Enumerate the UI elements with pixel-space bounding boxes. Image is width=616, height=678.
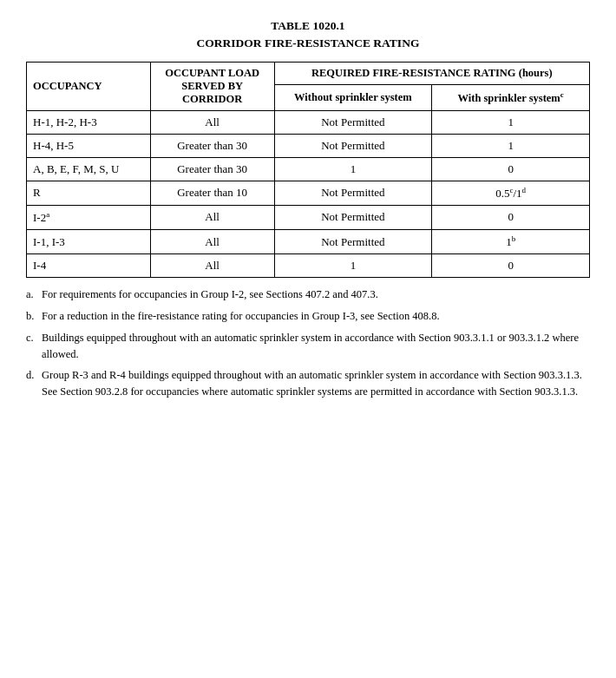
occupancy-cell: I-2a bbox=[27, 205, 151, 229]
footnote-letter: a. bbox=[26, 286, 42, 303]
with-sprinkler-cell: 0 bbox=[432, 254, 590, 278]
table-row: I-4All10 bbox=[27, 254, 590, 278]
footnote-text: Buildings equipped throughout with an au… bbox=[42, 330, 590, 363]
footnotes-section: a.For requirements for occupancies in Gr… bbox=[26, 286, 590, 400]
with-sprinkler-cell: 1 bbox=[432, 134, 590, 157]
with-sprinkler-cell: 0 bbox=[432, 157, 590, 181]
occupant-load-cell: Greater than 30 bbox=[150, 157, 274, 181]
occupancy-cell: I-4 bbox=[27, 254, 151, 278]
occupant-load-cell: Greater than 30 bbox=[150, 134, 274, 157]
footnote-item: b.For a reduction in the fire-resistance… bbox=[26, 308, 590, 325]
occupancy-cell: R bbox=[27, 181, 151, 205]
without-sprinkler-cell: 1 bbox=[274, 254, 432, 278]
without-sprinkler-cell: Not Permitted bbox=[274, 181, 432, 205]
table-row: I-1, I-3AllNot Permitted1b bbox=[27, 230, 590, 254]
with-sprinkler-cell: 0.5c/1d bbox=[432, 181, 590, 205]
footnote-item: d.Group R-3 and R-4 buildings equipped t… bbox=[26, 367, 590, 400]
occupant-load-cell: Greater than 10 bbox=[150, 181, 274, 205]
footnote-text: For requirements for occupancies in Grou… bbox=[42, 286, 378, 303]
with-sprinkler-header: With sprinkler systemc bbox=[432, 85, 590, 110]
fire-resistance-table: OCCUPANCY OCCUPANT LOAD SERVED BY CORRID… bbox=[26, 62, 590, 279]
occupancy-cell: H-4, H-5 bbox=[27, 134, 151, 157]
footnote-text: Group R-3 and R-4 buildings equipped thr… bbox=[42, 367, 590, 400]
occupant-load-cell: All bbox=[150, 230, 274, 254]
table-row: RGreater than 10Not Permitted0.5c/1d bbox=[27, 181, 590, 205]
without-sprinkler-cell: Not Permitted bbox=[274, 110, 432, 134]
with-sprinkler-cell: 1 bbox=[432, 110, 590, 134]
table-row: H-1, H-2, H-3AllNot Permitted1 bbox=[27, 110, 590, 134]
occupant-load-cell: All bbox=[150, 254, 274, 278]
footnote-letter: c. bbox=[26, 330, 42, 363]
without-sprinkler-cell: 1 bbox=[274, 157, 432, 181]
occupancy-cell: I-1, I-3 bbox=[27, 230, 151, 254]
table-row: A, B, E, F, M, S, UGreater than 3010 bbox=[27, 157, 590, 181]
title-section: TABLE 1020.1 CORRIDOR FIRE-RESISTANCE RA… bbox=[26, 17, 590, 53]
footnote-letter: b. bbox=[26, 308, 42, 325]
table-row: H-4, H-5Greater than 30Not Permitted1 bbox=[27, 134, 590, 157]
occupancy-cell: A, B, E, F, M, S, U bbox=[27, 157, 151, 181]
occupancy-cell: H-1, H-2, H-3 bbox=[27, 110, 151, 134]
footnote-letter: d. bbox=[26, 367, 42, 400]
footnote-item: c.Buildings equipped throughout with an … bbox=[26, 330, 590, 363]
footnote-text: For a reduction in the fire-resistance r… bbox=[42, 308, 440, 325]
title-line1: TABLE 1020.1 bbox=[26, 17, 590, 35]
with-sprinkler-cell: 0 bbox=[432, 205, 590, 229]
footnote-item: a.For requirements for occupancies in Gr… bbox=[26, 286, 590, 303]
occupancy-header: OCCUPANCY bbox=[27, 62, 151, 110]
occupant-load-cell: All bbox=[150, 205, 274, 229]
occupant-load-header: OCCUPANT LOAD SERVED BY CORRIDOR bbox=[150, 62, 274, 110]
required-rating-header: REQUIRED FIRE-RESISTANCE RATING (hours) bbox=[274, 62, 589, 85]
occupant-load-cell: All bbox=[150, 110, 274, 134]
with-sprinkler-cell: 1b bbox=[432, 230, 590, 254]
without-sprinkler-cell: Not Permitted bbox=[274, 230, 432, 254]
title-line2: CORRIDOR FIRE-RESISTANCE RATING bbox=[26, 35, 590, 52]
table-row: I-2aAllNot Permitted0 bbox=[27, 205, 590, 229]
without-sprinkler-cell: Not Permitted bbox=[274, 205, 432, 229]
without-sprinkler-header: Without sprinkler system bbox=[274, 85, 432, 110]
header-row-1: OCCUPANCY OCCUPANT LOAD SERVED BY CORRID… bbox=[27, 62, 590, 85]
without-sprinkler-cell: Not Permitted bbox=[274, 134, 432, 157]
with-sprinkler-superscript: c bbox=[560, 90, 564, 99]
